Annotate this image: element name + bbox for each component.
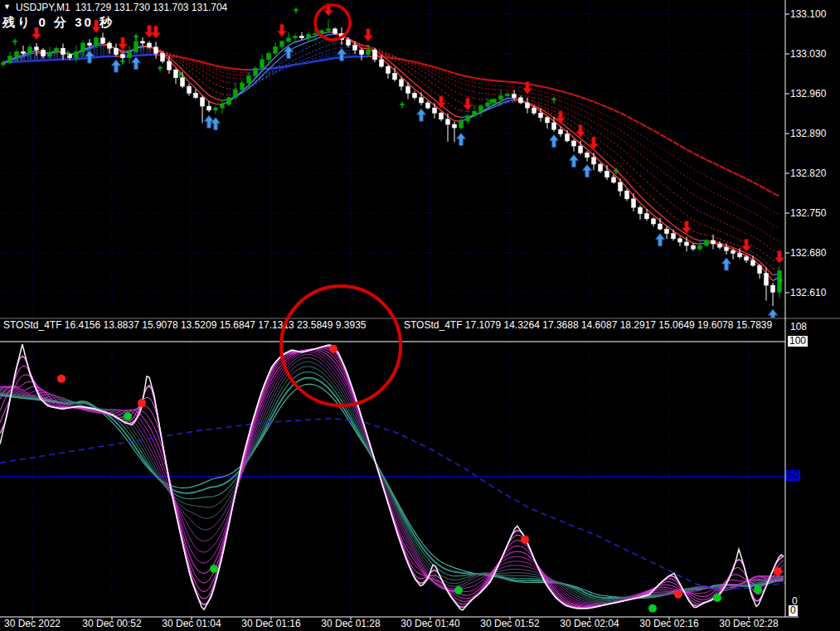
time-tick-label: 30 Dec 01:40	[401, 619, 459, 629]
price-tick-label: 132.680	[790, 248, 826, 259]
time-tick-label: 30 Dec 02:04	[560, 619, 619, 629]
time-tick-label: 30 Dec 01:16	[241, 619, 300, 629]
price-tick-label: 132.820	[790, 168, 826, 179]
indicator-level-100-badge: 100	[788, 336, 808, 347]
price-tick-label: 132.960	[790, 89, 826, 100]
indicator-level-0-badge: 0	[789, 605, 798, 616]
time-tick-label: 30 Dec 2022	[4, 619, 61, 629]
price-tick-label: 133.030	[790, 49, 826, 60]
indicator-values-right: STOStd_4TF 17.1079 14.3264 17.3688 14.60…	[404, 320, 772, 331]
symbol-title: ▼ USDJPY,M1 131.729 131.730 131.703 131.…	[3, 2, 227, 13]
dropdown-triangle-icon[interactable]: ▼	[3, 2, 11, 12]
indicator-level-50-badge: 50	[786, 470, 800, 481]
time-tick-label: 30 Dec 02:28	[719, 619, 778, 629]
time-tick-label: 30 Dec 01:28	[321, 619, 380, 629]
indicator-values-left: STOStd_4TF 16.4156 13.8837 15.9078 13.52…	[3, 320, 366, 331]
symbol-period-label: USDJPY,M1	[16, 2, 70, 13]
time-tick-label: 30 Dec 00:52	[82, 619, 141, 629]
mt4-chart-window: ▼ USDJPY,M1 131.729 131.730 131.703 131.…	[0, 0, 840, 631]
price-tick-label: 132.610	[790, 288, 826, 299]
time-tick-label: 30 Dec 02:16	[639, 619, 698, 629]
time-tick-label: 30 Dec 01:52	[480, 619, 539, 629]
time-tick-label: 30 Dec 01:04	[162, 619, 221, 629]
main-chart-canvas[interactable]	[0, 0, 840, 631]
price-tick-label: 132.750	[790, 208, 826, 219]
candle-countdown-timer: 残り 0 分 30 秒	[2, 17, 114, 27]
price-tick-label: 133.100	[790, 9, 826, 20]
indicator-scale-max: 108	[790, 322, 807, 332]
price-tick-label: 132.890	[790, 129, 826, 139]
ohlc-quotes: 131.729 131.730 131.703 131.704	[75, 2, 228, 13]
